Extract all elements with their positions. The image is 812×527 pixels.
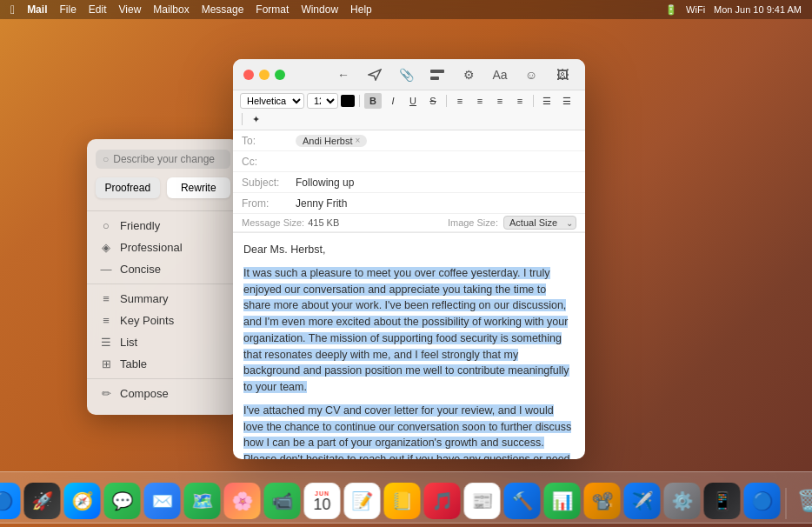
format-divider-3 [533,95,534,107]
font-family-select[interactable]: Helvetica [240,93,304,109]
dock-system-preferences[interactable]: ⚙️ [664,483,701,519]
dock-keynote[interactable]: 📽️ [584,483,621,519]
keypoints-icon: ≡ [99,314,113,327]
friendly-icon: ○ [99,219,113,232]
bullet-list-button[interactable]: ☰ [538,93,556,109]
underline-button[interactable]: U [404,93,422,109]
sidebar-item-keypoints[interactable]: ≡ Key Points [87,310,239,331]
show-hide-icon[interactable] [425,65,449,84]
dock-photos[interactable]: 🌸 [224,483,261,519]
menubar-format[interactable]: Format [256,3,289,16]
rewrite-button[interactable]: Rewrite [167,177,231,198]
dock-xcode[interactable]: 🔨 [504,483,541,519]
menubar-time: Mon Jun 10 9:41 AM [714,4,802,15]
sidebar-item-compose[interactable]: ✏ Compose [87,383,239,404]
summary-icon: ≡ [99,292,113,305]
dock-iphone-mirroring[interactable]: 📱 [704,483,741,519]
proofread-button[interactable]: Proofread [96,177,160,198]
message-size-row: Message Size: 415 KB Image Size: Actual … [233,214,585,232]
dock-mail[interactable]: ✉️ [144,483,181,519]
menubar-edit[interactable]: Edit [89,3,107,16]
sidebar-item-summary[interactable]: ≡ Summary [87,288,239,310]
dock-safari[interactable]: 🧭 [64,483,101,519]
dock-separator [786,488,787,519]
minimize-button[interactable] [259,70,270,80]
sidebar-item-friendly[interactable]: ○ Friendly [87,215,239,237]
apple-menu[interactable]:  [10,3,15,17]
image-size-section: Image Size: Actual Size [448,216,576,230]
message-size-label: Message Size: [242,217,304,228]
sidebar-item-professional[interactable]: ◈ Professional [87,237,239,258]
dock-finder[interactable]: 🔵 [0,483,21,519]
menubar-help[interactable]: Help [350,3,372,16]
concise-icon: — [99,263,113,276]
remove-recipient-icon[interactable]: × [355,136,360,145]
menubar-file[interactable]: File [59,3,76,16]
traffic-lights [243,70,285,80]
sidebar-item-list[interactable]: ☰ List [87,331,239,353]
settings-icon[interactable]: ⚙ [456,65,481,84]
sidebar-divider-2 [87,284,239,284]
menubar-window[interactable]: Window [301,3,338,16]
sidebar-label-friendly: Friendly [120,219,160,232]
dock-numbers[interactable]: 📊 [544,483,581,519]
mail-compose-window: ← 📎 ⚙ Aa ☺ 🖼 Helvetica 12 [233,59,585,459]
highlighted-text-2: I've attached my CV and cover letter for… [243,404,571,459]
dock-launchpad[interactable]: 🚀 [24,483,61,519]
menubar-view[interactable]: View [119,3,142,16]
compose-icon: ✏ [99,387,113,400]
numbered-list-button[interactable]: ☰ [558,93,576,109]
text-color-button[interactable] [341,95,355,107]
dock-reminders[interactable]: 📝 [344,483,381,519]
menubar-mail[interactable]: Mail [27,3,47,16]
sidebar-label-compose: Compose [120,387,169,400]
send-button[interactable] [363,65,387,84]
subject-value[interactable]: Following up [296,177,576,189]
italic-button[interactable]: I [384,93,402,109]
email-body[interactable]: Dear Ms. Herbst, It was such a pleasure … [233,233,585,459]
image-size-wrapper: Actual Size [503,216,576,230]
format-divider-4 [242,113,243,125]
more-format-button[interactable]: ✦ [247,111,264,127]
svg-rect-0 [430,70,444,73]
align-right-button[interactable]: ≡ [491,93,509,109]
align-center-button[interactable]: ≡ [471,93,489,109]
sidebar-search-input[interactable] [113,153,223,165]
email-paragraph-2: I've attached my CV and cover letter for… [243,403,575,459]
image-size-select[interactable]: Actual Size [503,216,576,230]
align-left-button[interactable]: ≡ [451,93,469,109]
attach-icon[interactable]: 📎 [394,65,418,84]
sidebar-item-concise[interactable]: — Concise [87,258,239,280]
sidebar-item-table[interactable]: ⊞ Table [87,353,239,375]
svg-rect-1 [430,77,439,80]
dock-maps[interactable]: 🗺️ [184,483,221,519]
dock-messages[interactable]: 💬 [104,483,141,519]
menubar-mailbox[interactable]: Mailbox [153,3,189,16]
font-size-select[interactable]: 12 [307,93,338,109]
recipient-tag[interactable]: Andi Herbst × [296,135,367,147]
strikethrough-button[interactable]: S [424,93,442,109]
menubar-message[interactable]: Message [202,3,244,16]
close-button[interactable] [243,70,254,80]
cc-label: Cc: [242,156,296,168]
highlighted-text-1: It was such a pleasure to meet you over … [243,267,569,393]
back-icon[interactable]: ← [331,65,356,84]
dock-trash[interactable]: 🗑️ [792,483,813,519]
professional-icon: ◈ [99,241,113,254]
align-justify-button[interactable]: ≡ [511,93,529,109]
sidebar-search-wrapper[interactable]: ○ [96,150,230,169]
maximize-button[interactable] [275,70,285,80]
dock-screen-time[interactable]: 🔵 [744,483,781,519]
font-icon[interactable]: Aa [488,65,512,84]
emoji-icon[interactable]: ☺ [519,65,543,84]
dock-music[interactable]: 🎵 [424,483,461,519]
email-greeting: Dear Ms. Herbst, [243,242,575,258]
dock-calendar[interactable]: JUN 10 [304,483,341,519]
bold-button[interactable]: B [364,93,382,109]
photo-icon[interactable]: 🖼 [550,65,575,84]
dock-testflight[interactable]: ✈️ [624,483,661,519]
sidebar-label-list: List [120,336,137,349]
dock-news[interactable]: 📰 [464,483,501,519]
dock-facetime[interactable]: 📹 [264,483,301,519]
dock-notes[interactable]: 📒 [384,483,421,519]
